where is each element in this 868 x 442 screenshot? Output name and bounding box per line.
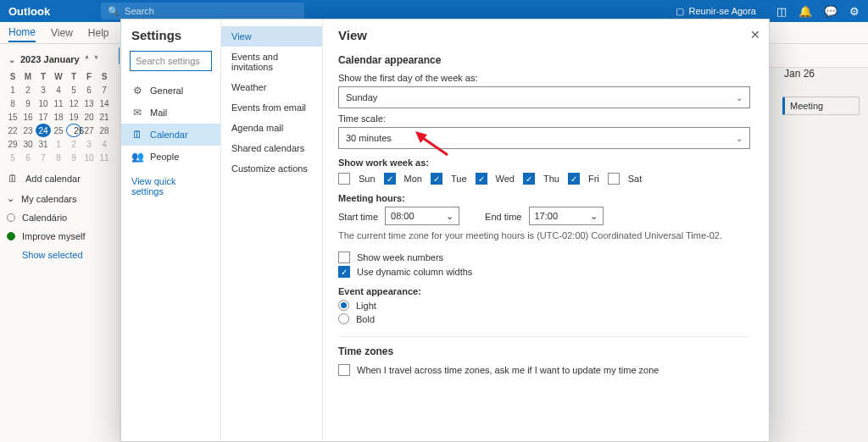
mini-cal-day[interactable]: 1 bbox=[51, 137, 66, 151]
checkbox-thu[interactable]: ✓ bbox=[523, 173, 535, 185]
mini-cal-day[interactable]: 5 bbox=[5, 151, 20, 164]
chevron-down-icon: ⌄ bbox=[7, 193, 14, 204]
time-scale-select[interactable]: 30 minutes ⌄ bbox=[338, 127, 750, 149]
mini-cal-day[interactable]: 10 bbox=[36, 97, 51, 110]
mini-calendar-header: ⌄ 2023 January ˄ ˅ bbox=[8, 54, 114, 64]
mini-cal-day[interactable]: 31 bbox=[36, 137, 51, 151]
mail-icon: ✉ bbox=[131, 107, 143, 119]
mini-cal-day[interactable]: 22 bbox=[5, 124, 20, 137]
my-calendars-toggle[interactable]: ⌄ My calendars bbox=[7, 193, 114, 204]
checkbox-dynamic-widths[interactable]: ✓ bbox=[338, 266, 350, 278]
notifications-icon[interactable]: 🔔 bbox=[798, 5, 812, 18]
sub-weather[interactable]: Weather bbox=[221, 77, 322, 97]
checkbox-wed[interactable]: ✓ bbox=[476, 173, 487, 185]
checkbox-fri[interactable]: ✓ bbox=[568, 173, 580, 185]
mini-cal-day[interactable]: 18 bbox=[51, 110, 66, 124]
mini-cal-day[interactable]: 13 bbox=[81, 97, 97, 110]
sub-shared-calendars[interactable]: Shared calendars bbox=[221, 138, 322, 158]
mini-cal-day[interactable]: 4 bbox=[97, 137, 112, 151]
mini-cal-day[interactable]: 9 bbox=[66, 151, 81, 164]
mini-cal-day[interactable]: 26 bbox=[66, 124, 81, 137]
mini-cal-day[interactable]: 24 bbox=[36, 124, 51, 137]
unchecked-circle-icon[interactable] bbox=[7, 213, 15, 222]
mini-cal-day[interactable]: 9 bbox=[20, 97, 36, 110]
checkbox-travel-tz[interactable] bbox=[338, 364, 350, 376]
sub-events-invitations[interactable]: Events and invitations bbox=[221, 47, 322, 77]
view-quick-settings-link[interactable]: View quick settings bbox=[121, 168, 220, 205]
sub-customize-actions[interactable]: Customize actions bbox=[221, 158, 322, 179]
mini-cal-day[interactable]: 1 bbox=[5, 83, 20, 97]
chevron-up-icon[interactable]: ˄ bbox=[85, 55, 89, 64]
category-people[interactable]: 👥 People bbox=[121, 146, 220, 168]
checked-circle-icon[interactable] bbox=[7, 232, 15, 240]
mini-cal-day[interactable]: 6 bbox=[20, 151, 36, 164]
mini-cal-day[interactable]: 11 bbox=[97, 151, 112, 164]
checkbox-mon[interactable]: ✓ bbox=[384, 173, 396, 185]
mini-cal-day[interactable]: 20 bbox=[81, 110, 97, 124]
mini-cal-day[interactable]: 8 bbox=[5, 97, 20, 110]
mini-cal-day[interactable]: 2 bbox=[20, 83, 36, 97]
mini-cal-day[interactable]: 10 bbox=[81, 151, 97, 164]
global-search[interactable]: 🔍 Search bbox=[101, 3, 304, 19]
sub-view[interactable]: View bbox=[221, 26, 322, 47]
category-mail[interactable]: ✉ Mail bbox=[121, 102, 220, 124]
mini-cal-day[interactable]: 28 bbox=[97, 124, 112, 137]
settings-icon[interactable]: ⚙ bbox=[849, 5, 860, 18]
ribbon-help[interactable]: Help bbox=[88, 27, 109, 39]
mini-cal-day[interactable]: 3 bbox=[36, 83, 51, 97]
checkbox-week-numbers[interactable] bbox=[338, 251, 350, 263]
mini-cal-day[interactable]: 16 bbox=[20, 110, 36, 124]
mini-cal-day[interactable]: 5 bbox=[66, 83, 81, 97]
checkbox-tue[interactable]: ✓ bbox=[431, 173, 442, 185]
meet-now-button[interactable]: ▢ Reunir-se Agora bbox=[676, 6, 757, 17]
ribbon-view[interactable]: View bbox=[51, 27, 73, 39]
meeting-hours-row: Start time 08:00⌄ End time 17:00⌄ bbox=[338, 207, 750, 225]
start-time-select[interactable]: 08:00⌄ bbox=[385, 207, 459, 225]
category-general[interactable]: ⚙ General bbox=[121, 80, 220, 102]
mini-cal-day[interactable]: 2 bbox=[66, 137, 81, 151]
mini-cal-day[interactable]: 8 bbox=[51, 151, 66, 164]
day-icon[interactable]: ◫ bbox=[776, 5, 787, 18]
radio-light[interactable] bbox=[338, 300, 349, 311]
chevron-down-icon: ⌄ bbox=[736, 93, 743, 102]
show-selected-link[interactable]: Show selected bbox=[22, 250, 114, 260]
mini-cal-day[interactable]: 14 bbox=[97, 97, 112, 110]
calendar-item[interactable]: Calendário bbox=[7, 213, 114, 223]
gear-icon: ⚙ bbox=[131, 85, 143, 97]
settings-search-input[interactable]: Search settings bbox=[130, 51, 212, 71]
end-time-select[interactable]: 17:00⌄ bbox=[529, 207, 604, 225]
sub-agenda-mail[interactable]: Agenda mail bbox=[221, 118, 322, 138]
radio-bold[interactable] bbox=[338, 313, 349, 324]
chevron-down-icon[interactable]: ⌄ bbox=[8, 55, 15, 64]
chat-icon[interactable]: 💬 bbox=[824, 5, 837, 18]
ribbon-home[interactable]: Home bbox=[8, 26, 36, 42]
checkbox-sun[interactable] bbox=[338, 173, 350, 185]
mini-cal-day[interactable]: 7 bbox=[97, 83, 112, 97]
mini-cal-day[interactable]: 21 bbox=[97, 110, 112, 124]
first-day-select[interactable]: Sunday ⌄ bbox=[338, 86, 750, 108]
checkbox-sat[interactable] bbox=[608, 173, 620, 185]
add-calendar-button[interactable]: 🗓 Add calendar bbox=[7, 173, 114, 185]
calendar-item[interactable]: Improve myself bbox=[7, 231, 114, 241]
category-calendar[interactable]: 🗓 Calendar bbox=[121, 124, 220, 146]
mini-cal-day[interactable]: 17 bbox=[36, 110, 51, 124]
event-appearance-label: Event appearance: bbox=[338, 286, 750, 296]
end-time-label: End time bbox=[485, 212, 521, 222]
mini-cal-day[interactable]: 25 bbox=[51, 124, 66, 137]
mini-cal-day[interactable]: 3 bbox=[81, 137, 97, 151]
mini-cal-day[interactable]: 6 bbox=[81, 83, 97, 97]
mini-cal-day[interactable]: 15 bbox=[5, 110, 20, 124]
mini-calendar[interactable]: SMTWTFS123456789101112131415161718192021… bbox=[5, 69, 112, 164]
close-icon[interactable]: ✕ bbox=[750, 28, 760, 41]
mini-cal-day[interactable]: 29 bbox=[5, 137, 20, 151]
chevron-down-icon[interactable]: ˅ bbox=[94, 55, 98, 64]
event-card[interactable]: Meeting bbox=[782, 97, 860, 115]
sub-events-from-email[interactable]: Events from email bbox=[221, 97, 322, 118]
mini-cal-day[interactable]: 12 bbox=[66, 97, 81, 110]
mini-cal-day[interactable]: 23 bbox=[20, 124, 36, 137]
mini-cal-day[interactable]: 19 bbox=[66, 110, 81, 124]
mini-cal-day[interactable]: 11 bbox=[51, 97, 66, 110]
mini-cal-day[interactable]: 4 bbox=[51, 83, 66, 97]
mini-cal-day[interactable]: 7 bbox=[36, 151, 51, 164]
mini-cal-day[interactable]: 30 bbox=[20, 137, 36, 151]
